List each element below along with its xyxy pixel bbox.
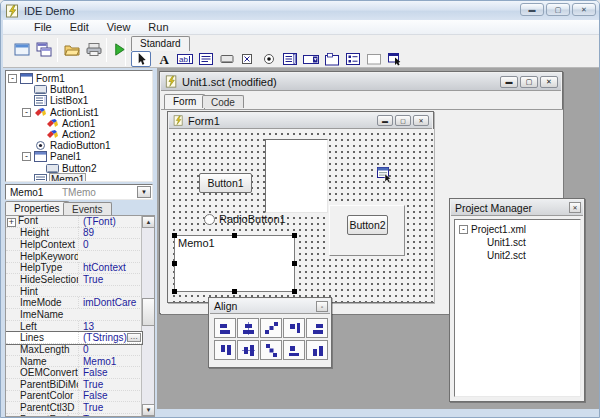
selection-handle[interactable] <box>292 261 297 266</box>
selection-handle[interactable] <box>172 233 177 238</box>
tree-node-listbox1[interactable]: ListBox1 <box>6 95 152 106</box>
align-titlebar[interactable]: Align ▫ <box>210 299 330 314</box>
design-memo1[interactable]: Memo1 <box>174 235 295 292</box>
design-actionlist-icon[interactable] <box>376 166 393 183</box>
design-panel1[interactable]: Button2 <box>329 205 405 256</box>
selection-handle[interactable] <box>172 289 177 294</box>
view-units-icon[interactable] <box>33 39 54 60</box>
property-grid-scrollbar[interactable]: ▲ ▼ <box>141 216 154 416</box>
align-right-edges-button[interactable] <box>306 318 328 338</box>
palette-cursor-icon[interactable] <box>131 51 151 67</box>
tab-events[interactable]: Events <box>63 202 112 215</box>
maximize-icon[interactable]: ▢ <box>546 3 570 16</box>
project-manager-titlebar[interactable]: Project Manager ✕ <box>451 200 583 216</box>
scroll-down-icon[interactable]: ▼ <box>142 404 155 416</box>
collapse-icon[interactable]: - <box>459 225 468 234</box>
menu-file[interactable]: File <box>25 21 61 33</box>
expand-icon[interactable]: + <box>7 218 16 227</box>
selection-handle[interactable] <box>292 289 297 294</box>
palette-memo-icon[interactable] <box>196 51 216 67</box>
tree-node-action2[interactable]: Action2 <box>6 129 152 140</box>
tree-node-button1[interactable]: Button1 <box>6 84 152 95</box>
property-row-font[interactable]: +Font (TFont) <box>6 216 142 228</box>
tree-node-actionlist1[interactable]: - ActionList1 <box>6 107 152 118</box>
tree-node-action1[interactable]: Action1 <box>6 118 152 129</box>
selection-handle[interactable] <box>232 233 237 238</box>
design-listbox1[interactable] <box>265 139 328 213</box>
align-left-edges-button[interactable] <box>214 318 236 338</box>
menu-run[interactable]: Run <box>139 21 177 33</box>
tree-node-unit2[interactable]: Unit2.sct <box>455 249 580 262</box>
tab-code[interactable]: Code <box>202 95 244 108</box>
tree-node-unit1[interactable]: Unit1.sct <box>455 236 580 249</box>
tree-node-radiobutton1[interactable]: RadioButton1 <box>6 140 152 151</box>
palette-label-icon[interactable]: A <box>154 51 174 67</box>
design-radiobutton1-circle[interactable] <box>204 214 215 225</box>
tree-node-button2[interactable]: Button2 <box>6 163 152 174</box>
center-horizontally-in-window-button[interactable] <box>283 318 305 338</box>
tree-node-memo1[interactable]: Memo1 <box>6 174 152 182</box>
chevron-down-icon[interactable]: ▼ <box>137 186 151 198</box>
minimize-icon[interactable]: ▬ <box>520 3 544 16</box>
palette-list-box-icon[interactable] <box>280 51 300 67</box>
align-bottom-edges-button[interactable] <box>306 340 328 360</box>
save-icon[interactable] <box>83 39 104 60</box>
property-row-name[interactable]: NameMemo1 <box>6 356 142 368</box>
tree-node-form1[interactable]: - Form1 <box>6 73 152 84</box>
property-row-imename[interactable]: ImeName <box>6 309 142 321</box>
property-row-parentctl3d[interactable]: ParentCtl3DTrue <box>6 402 142 414</box>
palette-check-list-icon[interactable] <box>343 51 363 67</box>
palette-button-icon[interactable] <box>217 51 237 67</box>
property-row-imemode[interactable]: ImeModeimDontCare <box>6 297 142 309</box>
new-form-icon[interactable] <box>11 39 32 60</box>
close-icon[interactable]: ▫ <box>316 301 328 312</box>
property-row-left[interactable]: Left13 <box>6 321 142 333</box>
space-equally-horizontally-button[interactable] <box>260 318 282 338</box>
tree-node-panel1[interactable]: - Panel1 <box>6 151 152 162</box>
property-row-parentfont[interactable]: ParentFontTrue <box>6 414 142 417</box>
minimize-icon[interactable]: ▬ <box>377 115 393 126</box>
form-canvas[interactable]: Button1 RadioButton1 Button2 Memo1 <box>169 129 434 302</box>
editor-titlebar[interactable]: Unit1.sct (modified) ▬ ▢ ✕ <box>161 73 561 91</box>
align-horizontal-centers-button[interactable] <box>237 318 259 338</box>
close-icon[interactable]: ✕ <box>572 3 596 16</box>
form-titlebar[interactable]: Form1 ▬ ▢ ✕ <box>169 113 432 129</box>
close-icon[interactable]: ✕ <box>413 115 429 126</box>
property-row-height[interactable]: Height89 <box>6 228 142 240</box>
tab-standard[interactable]: Standard <box>131 36 190 51</box>
collapse-icon[interactable]: - <box>22 152 31 161</box>
minimize-icon[interactable]: ▬ <box>500 76 518 88</box>
property-row-hint[interactable]: Hint <box>6 286 142 298</box>
palette-edit-icon[interactable]: ab <box>175 51 195 67</box>
design-radiobutton1-label[interactable]: RadioButton1 <box>219 213 286 225</box>
collapse-icon[interactable]: - <box>22 108 31 117</box>
property-row-parentbidimode[interactable]: ParentBiDiModeTrue <box>6 379 142 391</box>
property-row-hideselection[interactable]: HideSelectionTrue <box>6 274 142 286</box>
maximize-icon[interactable]: ▢ <box>395 115 411 126</box>
selection-handle[interactable] <box>292 233 297 238</box>
tree-node-project1[interactable]: - Project1.xml <box>455 223 580 236</box>
tab-properties[interactable]: Properties <box>5 201 69 216</box>
palette-action-list-icon[interactable] <box>385 51 405 67</box>
palette-group-box-icon[interactable] <box>322 51 342 67</box>
align-vertical-centers-button[interactable] <box>237 340 259 360</box>
property-row-helpcontext[interactable]: HelpContext0 <box>6 239 142 251</box>
run-icon[interactable] <box>109 39 130 60</box>
property-row-oemconvert[interactable]: OEMConvertFalse <box>6 367 142 379</box>
property-row-parentcolor[interactable]: ParentColorFalse <box>6 391 142 403</box>
collapse-icon[interactable]: - <box>8 74 17 83</box>
maximize-icon[interactable]: ▢ <box>520 76 538 88</box>
property-row-maxlength[interactable]: MaxLength0 <box>6 344 142 356</box>
space-equally-vertically-button[interactable] <box>260 340 282 360</box>
main-titlebar[interactable]: IDE Demo ▬ ▢ ✕ <box>1 1 600 20</box>
menu-view[interactable]: View <box>98 21 140 33</box>
selection-handle[interactable] <box>172 261 177 266</box>
open-icon[interactable] <box>61 39 82 60</box>
palette-combo-box-icon[interactable] <box>301 51 321 67</box>
object-selector-combo[interactable]: Memo1 TMemo ▼ <box>5 184 153 200</box>
property-row-lines[interactable]: Lines (TStrings) … <box>6 332 142 344</box>
palette-checkbox-icon[interactable] <box>238 51 258 67</box>
design-button2[interactable]: Button2 <box>347 215 388 235</box>
close-icon[interactable]: ✕ <box>540 76 558 88</box>
scrollbar-thumb[interactable] <box>142 298 155 326</box>
